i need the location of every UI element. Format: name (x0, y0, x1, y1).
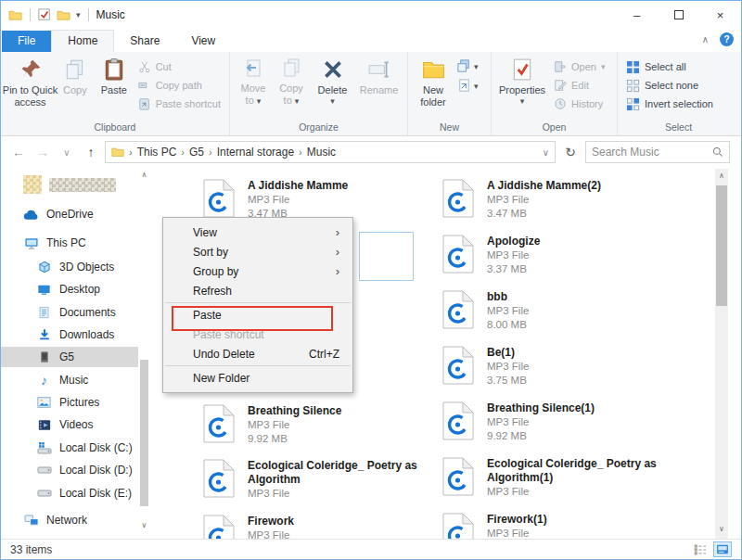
edit-button[interactable]: Edit (549, 76, 609, 95)
breadcrumb-g5[interactable]: G5 (189, 146, 204, 159)
select-all-button[interactable]: Select all (621, 57, 718, 76)
sidebar-item-redacted[interactable] (1, 174, 138, 195)
sidebar-item-3d-objects[interactable]: 3D Objects (1, 257, 138, 277)
breadcrumb-this-pc[interactable]: This PC (137, 146, 177, 159)
recent-locations-caret-icon[interactable]: ∨ (57, 147, 77, 158)
folder-icon (111, 146, 124, 159)
new-folder-icon (421, 57, 446, 82)
refresh-button[interactable]: ↻ (559, 145, 582, 159)
maximize-button[interactable] (658, 1, 699, 29)
sidebar-item-documents[interactable]: Documents (1, 302, 138, 323)
submenu-arrow-icon: › (336, 225, 339, 239)
phone-icon (40, 350, 49, 363)
menu-item-group-by[interactable]: Group by › (163, 261, 352, 281)
help-icon[interactable]: ? (720, 32, 734, 46)
scroll-up-icon[interactable]: ∧ (715, 172, 728, 180)
pin-to-quick-access-button[interactable]: Pin to Quick access (5, 55, 56, 108)
breadcrumb-internal-storage[interactable]: Internal storage (217, 146, 294, 159)
sidebar-scrollbar[interactable]: ∧ ∨ (139, 169, 149, 539)
sidebar-item-g5[interactable]: G5 (1, 347, 138, 367)
copy-button[interactable]: Copy (56, 55, 95, 96)
new-item-button[interactable]: ▾ (456, 58, 479, 74)
file-name: Ecological Coleridge_ Poetry as Algorith… (487, 457, 663, 485)
sidebar-item-local-disk-c[interactable]: Local Disk (C:) (1, 438, 138, 458)
breadcrumb-music[interactable]: Music (307, 146, 336, 159)
group-label-organize: Organize (230, 121, 407, 135)
file-item[interactable]: Be(1) MP3 File 3.75 MB (442, 346, 529, 388)
sidebar-item-desktop[interactable]: Desktop (1, 279, 138, 299)
search-box[interactable] (585, 141, 730, 163)
sidebar-item-downloads[interactable]: Downloads (1, 325, 138, 345)
copy-to-button[interactable]: Copy to ▾ (273, 55, 311, 107)
delete-button[interactable]: Delete ▾ (311, 55, 355, 107)
invert-selection-button[interactable]: Invert selection (621, 95, 718, 113)
menu-item-view[interactable]: View › (163, 223, 352, 242)
file-item[interactable]: A Jiddishe Mamme MP3 File 3.47 MB (203, 179, 348, 221)
sidebar-item-local-disk-e[interactable]: Local Disk (E:) (1, 483, 138, 503)
properties-quick-icon[interactable] (38, 8, 51, 21)
content-scrollbar[interactable]: ∧ ∨ (715, 169, 728, 539)
file-item[interactable]: A Jiddishe Mamme(2) MP3 File 3.47 MB (442, 179, 601, 221)
tab-file[interactable]: File (2, 31, 51, 52)
sidebar-item-network[interactable]: Network (1, 510, 138, 530)
menu-item-sort-by[interactable]: Sort by › (163, 242, 352, 261)
move-to-button[interactable]: Move to ▾ (235, 55, 273, 107)
tab-share[interactable]: Share (114, 31, 175, 52)
scrollbar-thumb[interactable] (140, 360, 148, 506)
cut-button[interactable]: Cut (134, 57, 225, 76)
customize-toolbar-caret-icon[interactable]: ▾ (76, 10, 81, 19)
large-icons-view-button[interactable] (713, 541, 732, 557)
breadcrumb[interactable]: › This PC › G5 › Internal storage › Musi… (105, 141, 556, 163)
new-folder-quick-icon[interactable] (57, 8, 70, 22)
sidebar-item-videos[interactable]: Videos (1, 414, 138, 435)
file-name: bbb (487, 290, 529, 304)
sidebar-item-pictures[interactable]: Pictures (1, 392, 138, 413)
file-item[interactable]: Ecological Coleridge_ Poetry as Algorith… (442, 457, 663, 499)
easy-access-button[interactable]: ▾ (456, 78, 479, 94)
status-bar: 33 items (1, 539, 741, 559)
close-button[interactable]: × (699, 1, 741, 29)
menu-item-new-folder[interactable]: New Folder (163, 368, 352, 388)
mp3-file-icon (203, 179, 235, 218)
search-input[interactable] (592, 146, 712, 159)
menu-item-undo-delete[interactable]: Undo Delete Ctrl+Z (163, 344, 352, 363)
move-to-icon (242, 57, 264, 80)
history-button[interactable]: History (549, 95, 609, 113)
window-title: Music (96, 8, 125, 21)
paste-button[interactable]: Paste (95, 55, 134, 96)
back-button[interactable]: ← (8, 145, 29, 159)
copy-path-button[interactable]: Copy path (134, 76, 225, 95)
up-button[interactable]: ↑ (81, 145, 101, 159)
new-folder-button[interactable]: New folder (412, 55, 454, 108)
file-item[interactable]: Apologize MP3 File 3.37 MB (442, 235, 540, 276)
scrollbar-thumb[interactable] (716, 185, 727, 306)
tab-home[interactable]: Home (51, 30, 114, 52)
file-item[interactable]: Breathing Silence MP3 File 9.92 MB (203, 404, 341, 446)
menu-item-refresh[interactable]: Refresh (163, 281, 352, 300)
open-button[interactable]: Open ▾ (549, 57, 609, 76)
address-dropdown-caret-icon[interactable]: ∨ (543, 147, 549, 158)
forward-button[interactable]: → (32, 145, 53, 159)
sidebar-item-this-pc[interactable]: This PC (1, 233, 138, 253)
details-view-button[interactable] (691, 541, 710, 557)
minimize-button[interactable]: – (616, 1, 658, 29)
sidebar-item-music[interactable]: ♪ Music (1, 370, 138, 390)
scroll-up-icon[interactable]: ∧ (139, 171, 149, 179)
file-item[interactable]: Ecological Coleridge_ Poetry as Algorith… (203, 459, 424, 501)
sidebar-item-local-disk-d[interactable]: Local Disk (D:) (1, 460, 138, 480)
properties-button[interactable]: Properties ▾ (495, 55, 549, 107)
quick-access-toolbar: ▾ (8, 8, 91, 22)
sidebar-item-onedrive[interactable]: OneDrive (1, 204, 138, 224)
tab-view[interactable]: View (175, 31, 231, 52)
file-item[interactable]: Firework(1) MP3 File (442, 513, 547, 539)
breadcrumb-separator: › (181, 146, 185, 158)
file-item[interactable]: bbb MP3 File 8.00 MB (442, 290, 529, 332)
rename-button[interactable]: Rename (355, 55, 403, 96)
scroll-down-icon[interactable]: ∨ (715, 525, 728, 533)
collapse-ribbon-icon[interactable]: ∧ (702, 34, 709, 45)
paste-shortcut-button[interactable]: Paste shortcut (134, 95, 225, 113)
select-none-button[interactable]: Select none (621, 76, 718, 95)
scroll-down-icon[interactable]: ∨ (139, 521, 149, 529)
file-item[interactable]: Firework MP3 File (203, 515, 294, 539)
file-item[interactable]: Breathing Silence(1) MP3 File 9.92 MB (442, 401, 595, 443)
